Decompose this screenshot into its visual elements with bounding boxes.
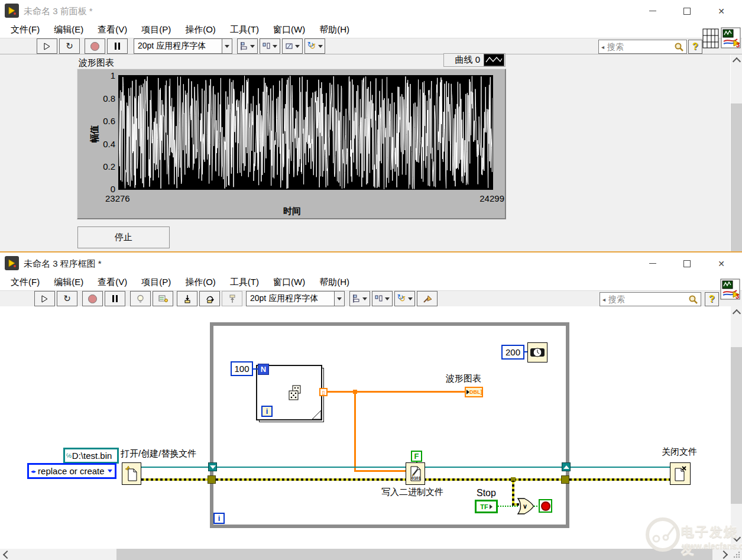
close-file-function[interactable] [670,462,691,485]
run-continuous-button[interactable]: ↻ [59,38,80,54]
menu-window[interactable]: 窗口(W) [266,274,312,290]
menu-edit[interactable]: 编辑(E) [47,22,90,38]
maximize-button[interactable] [673,253,701,274]
tunnel-refnum-left[interactable] [208,462,217,471]
grid-icon[interactable] [702,28,719,50]
block-diagram-vscrollbar[interactable] [731,306,742,549]
run-continuous-button[interactable]: ↻ [57,291,77,306]
close-button[interactable]: ✕ [707,253,735,274]
reorder-button[interactable]: ↻↺ [304,38,325,54]
context-help-button[interactable]: ? [688,40,702,54]
open-mode-enum[interactable]: ◂▸ replace or create [27,463,116,479]
random-number-dice-icon[interactable] [287,384,305,404]
front-panel-window-icon[interactable]: 3 [721,27,741,50]
scrollbar-thumb[interactable] [731,103,742,251]
scroll-up-button[interactable] [731,306,742,318]
step-over-button[interactable] [199,291,220,306]
open-create-replace-file-function[interactable] [122,462,141,485]
wait-ms-constant[interactable]: 200 [501,345,524,360]
menu-help[interactable]: 帮助(H) [312,274,357,290]
menu-operate[interactable]: 操作(O) [178,274,223,290]
scroll-up-button[interactable] [731,54,742,66]
step-into-button[interactable] [177,291,197,306]
resize-grip-icon[interactable] [733,551,740,558]
align-objects-button[interactable] [349,291,370,306]
retain-wire-values-button[interactable] [153,291,173,306]
front-panel-titlebar: 未命名 3 前面板 * ✕ [0,0,742,22]
or-gate[interactable]: ∨ [517,498,534,516]
minimize-button[interactable] [639,0,667,22]
scrollbar-thumb[interactable] [116,549,712,560]
scroll-down-button[interactable] [731,533,742,545]
tunnel-error-left[interactable] [208,475,216,484]
run-continuous-icon: ↻ [63,293,71,304]
front-panel-vscrollbar[interactable] [731,54,742,251]
loop-condition-terminal[interactable] [539,499,552,513]
wait-ms-function[interactable] [527,342,547,362]
menu-help[interactable]: 帮助(H) [312,22,357,38]
abort-button[interactable] [85,38,105,54]
tunnel-refnum-right[interactable] [562,462,571,471]
run-button[interactable] [34,291,55,306]
close-button[interactable]: ✕ [707,0,735,22]
while-loop-iteration-terminal[interactable]: i [213,513,225,524]
distribute-objects-button[interactable] [372,291,393,306]
stop-button[interactable]: 停止 [77,226,170,248]
reorder-icon: ↻↺ [397,294,406,303]
distribute-objects-button[interactable] [260,38,280,54]
menu-file[interactable]: 文件(F) [4,274,47,290]
menu-file[interactable]: 文件(F) [4,22,47,38]
menu-project[interactable]: 项目(P) [134,274,178,290]
close-file-label: 关闭文件 [662,446,697,458]
for-loop-iteration-terminal[interactable]: i [261,406,273,417]
search-box[interactable]: ◂ [598,40,687,54]
run-button[interactable] [37,38,57,54]
minimize-button[interactable] [639,253,667,274]
menu-view[interactable]: 查看(V) [90,274,134,290]
block-diagram-hscrollbar[interactable] [0,549,742,560]
loop-count-constant[interactable]: 100 [231,361,253,376]
prepend-size-false-constant[interactable]: F [411,451,422,462]
font-selector-dropdown[interactable] [222,38,232,54]
write-binary-file-icon: 0101 [409,465,423,483]
stop-boolean-terminal[interactable]: TF [475,500,498,513]
block-diagram-window-icon[interactable]: 3 [720,279,740,302]
pause-button[interactable] [107,38,128,54]
menu-tools[interactable]: 工具(T) [223,22,266,38]
font-selector[interactable]: 20pt 应用程序字体 [246,291,335,306]
write-binary-file-function[interactable]: 0101 [406,462,425,485]
highlight-execution-button[interactable] [130,291,151,306]
search-input[interactable] [607,294,688,305]
tunnel-error-right[interactable] [561,475,569,484]
scrollbar-thumb[interactable] [731,347,742,504]
font-selector[interactable]: 20pt 应用程序字体 [134,38,222,54]
menu-window[interactable]: 窗口(W) [266,22,312,38]
font-selector-dropdown[interactable] [335,291,345,306]
scroll-left-button[interactable] [0,549,12,560]
for-loop-count-terminal[interactable]: N [258,364,269,375]
scroll-right-button[interactable] [719,549,731,560]
front-panel-body: 波形图表 曲线 0 1 0.8 0.6 0.4 0.2 0 幅值 23276 2… [0,54,730,251]
file-path-constant[interactable]: ℅ D:\test.bin [63,448,119,464]
resize-objects-button[interactable] [282,38,303,54]
for-loop-output-tunnel[interactable]: [] [319,388,328,396]
menu-project[interactable]: 项目(P) [134,22,178,38]
chart-legend[interactable]: 曲线 0 [443,53,506,67]
search-box[interactable]: ◂ [600,292,701,306]
reorder-button[interactable]: ↻↺ [394,291,415,306]
waveform-chart-terminal[interactable]: DBL] [465,387,483,397]
menu-edit[interactable]: 编辑(E) [47,274,90,290]
abort-button[interactable] [82,291,103,306]
maximize-button[interactable] [673,0,701,22]
pause-button[interactable] [105,291,125,306]
align-objects-button[interactable] [237,38,258,54]
step-out-button[interactable] [222,291,242,306]
cleanup-diagram-button[interactable] [417,291,438,306]
minimize-icon [649,11,656,11]
search-input[interactable] [606,41,674,52]
menu-tools[interactable]: 工具(T) [223,274,266,290]
y-tick-0-2: 0.2 [92,161,115,171]
context-help-button[interactable]: ? [705,292,719,306]
menu-view[interactable]: 查看(V) [90,22,134,38]
menu-operate[interactable]: 操作(O) [178,22,223,38]
